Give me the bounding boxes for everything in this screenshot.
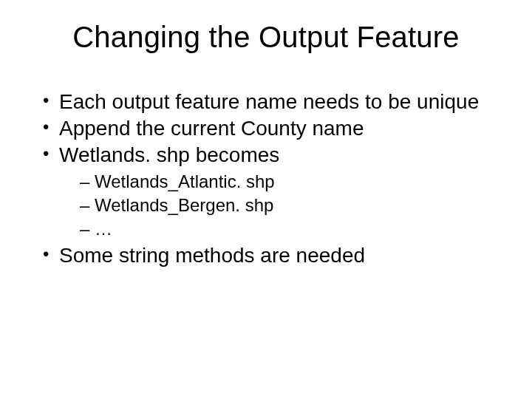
- bullet-item: Append the current County name: [43, 116, 502, 141]
- bullet-text: Append the current County name: [59, 117, 364, 140]
- bullet-item: Some string methods are needed: [43, 243, 502, 268]
- bullet-text: Some string methods are needed: [59, 244, 365, 267]
- slide: Changing the Output Feature Each output …: [0, 0, 532, 399]
- sub-bullet-text: Wetlands_Bergen. shp: [95, 195, 273, 215]
- bullet-text: Each output feature name needs to be uni…: [59, 90, 479, 113]
- slide-title: Changing the Output Feature: [30, 21, 502, 54]
- sub-bullet-text: …: [95, 219, 112, 239]
- bullet-list: Each output feature name needs to be uni…: [30, 89, 502, 269]
- sub-bullet-item: Wetlands_Atlantic. shp: [80, 171, 502, 193]
- bullet-item: Wetlands. shp becomes Wetlands_Atlantic.…: [43, 143, 502, 240]
- sub-bullet-text: Wetlands_Atlantic. shp: [95, 171, 275, 191]
- sub-bullet-item: Wetlands_Bergen. shp: [80, 194, 502, 216]
- bullet-item: Each output feature name needs to be uni…: [43, 89, 502, 115]
- bullet-text: Wetlands. shp becomes: [59, 143, 279, 166]
- sub-bullet-list: Wetlands_Atlantic. shp Wetlands_Bergen. …: [59, 171, 502, 240]
- sub-bullet-item: …: [80, 218, 502, 240]
